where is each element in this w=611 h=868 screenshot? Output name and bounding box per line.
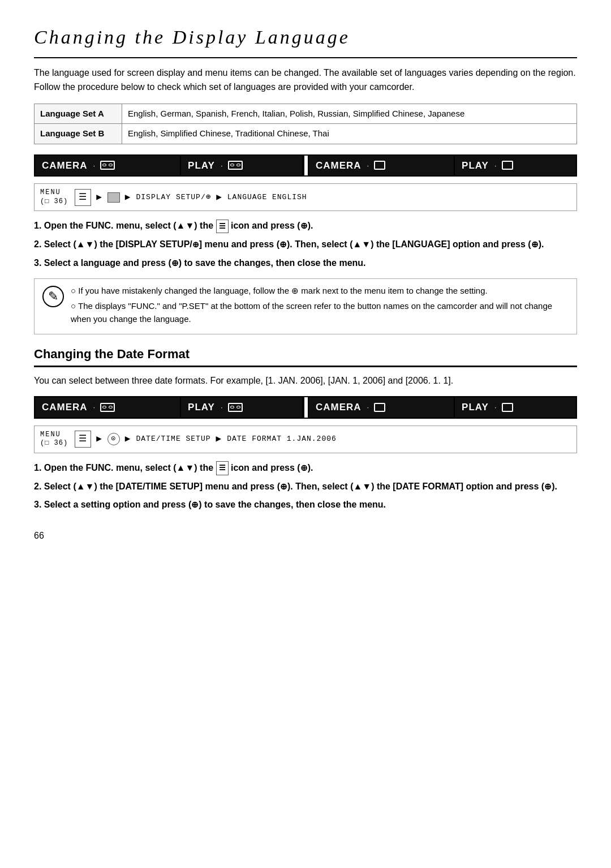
title-rule [34,57,577,58]
section2-title: Changing the Date Format [34,345,577,367]
mode-bar-divider [303,156,309,176]
camera-tape-mode: CAMERA · [35,156,181,176]
card-icon-1 [374,161,385,170]
arrow-3: ▶ [216,191,222,204]
step-1-2: 2. Select (▲▼) the [DISPLAY SETUP/⊕] men… [34,238,577,252]
play-tape-label: PLAY [188,158,215,173]
step-2-1: 1. Open the FUNC. menu, select (▲▼) the … [34,461,577,475]
datetime-setup-text: DATE/TIME SETUP [136,433,211,445]
play-tape-mode-2: PLAY · [181,397,303,418]
lang-set-b-label: Language Set B [35,124,122,144]
page-title: Changing the Display Language [34,23,577,51]
menu-icon-2: ☰ [75,431,91,448]
camera-card-mode-2: CAMERA · [309,397,455,418]
lang-set-a-value: English, German, Spanish, French, Italia… [122,104,577,124]
play-tape-dot-2: · [221,402,223,413]
mode-bar-divider-2 [303,397,309,418]
note-1-bullet-2: The displays "FUNC." and "P.SET" at the … [71,300,569,325]
menu-label-2: MENU (□ 36) [40,431,68,448]
arrow-5: ▶ [125,432,131,446]
play-card-mode: PLAY · [455,156,576,176]
tape-icon-1 [100,161,115,170]
steps-list-2: 1. Open the FUNC. menu, select (▲▼) the … [34,461,577,512]
arrow-6: ▶ [216,432,222,446]
page-number: 66 [34,529,577,543]
camera-card-label-2: CAMERA [316,400,362,415]
play-card-mode-2: PLAY · [455,397,576,418]
play-tape-dot: · [221,160,223,171]
step-1-3: 3. Select a language and press (⊕) to sa… [34,256,577,270]
steps-diagram-2: MENU (□ 36) ☰ ▶ ⊙ ▶ DATE/TIME SETUP ▶ DA… [34,426,577,453]
camera-card-dot: · [367,160,369,171]
lang-set-a-label: Language Set A [35,104,122,124]
tape-icon-3 [100,403,115,412]
play-tape-mode: PLAY · [181,156,303,176]
section2-intro: You can select between three date format… [34,374,577,388]
mode-bar-1: CAMERA · PLAY · CAMERA · PLAY · [34,154,577,177]
display-box-1 [107,192,120,203]
play-card-dot-2: · [494,402,497,413]
camera-card-mode: CAMERA · [309,156,455,176]
camera-tape-mode-2: CAMERA · [35,397,181,418]
arrow-1: ▶ [96,191,102,204]
play-card-dot: · [494,160,497,171]
step-2-2: 2. Select (▲▼) the [DATE/TIME SETUP] men… [34,480,577,494]
note-1-bullet-1: If you have mistakenly changed the langu… [71,285,569,298]
steps-list-1: 1. Open the FUNC. menu, select (▲▼) the … [34,219,577,270]
tape-icon-4 [228,403,243,412]
menu-label-1: MENU (□ 36) [40,188,68,206]
arrow-2: ▶ [125,191,131,204]
display-setup-text: DISPLAY SETUP/⊕ [136,191,212,203]
date-format-text: DATE FORMAT 1.JAN.2006 [227,433,337,445]
table-row: Language Set A English, German, Spanish,… [35,104,577,124]
play-card-label: PLAY [462,158,489,173]
camera-tape-label: CAMERA [42,158,88,173]
card-icon-4 [502,403,513,412]
note-box-1: ✎ If you have mistakenly changed the lan… [34,278,577,335]
steps-diagram-1: MENU (□ 36) ☰ ▶ ▶ DISPLAY SETUP/⊕ ▶ LANG… [34,183,577,211]
step-1-1: 1. Open the FUNC. menu, select (▲▼) the … [34,219,577,233]
camera-tape-dot-2: · [93,402,96,413]
lang-set-b-value: English, Simplified Chinese, Traditional… [122,124,577,144]
play-card-label-2: PLAY [462,400,489,415]
arrow-4: ▶ [96,432,102,446]
intro-paragraph: The language used for screen display and… [34,66,577,94]
menu-icon-1: ☰ [75,189,91,206]
play-tape-label-2: PLAY [188,400,215,415]
func-menu-icon-2: ☰ [216,461,229,475]
camera-card-dot-2: · [367,402,369,413]
camera-card-label: CAMERA [316,158,362,173]
camera-tape-dot: · [93,160,96,171]
clock-icon-1: ⊙ [107,433,120,445]
func-menu-icon: ☰ [216,220,229,233]
camera-tape-label-2: CAMERA [42,400,88,415]
note-content-1: If you have mistakenly changed the langu… [71,285,569,329]
card-icon-2 [502,161,513,170]
step-2-3: 3. Select a setting option and press (⊕)… [34,498,577,512]
mode-bar-2: CAMERA · PLAY · CAMERA · PLAY · [34,396,577,419]
tape-icon-2 [228,161,243,170]
language-english-text: LANGUAGE ENGLISH [227,192,307,203]
language-table: Language Set A English, German, Spanish,… [34,104,577,144]
table-row: Language Set B English, Simplified Chine… [35,124,577,144]
note-icon-1: ✎ [42,286,64,307]
card-icon-3 [374,403,385,412]
